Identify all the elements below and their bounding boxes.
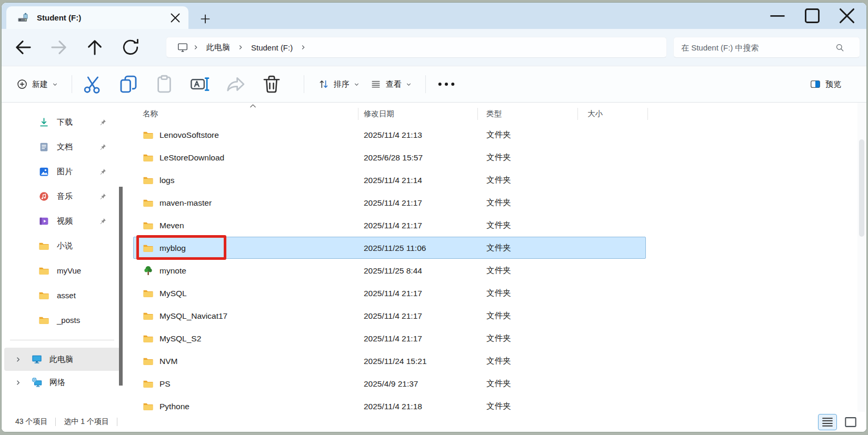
sidebar-item[interactable]: myVue <box>5 258 119 283</box>
file-row[interactable]: LenovoSoftstore2025/11/4 21:13文件夹 <box>123 124 866 146</box>
share-button[interactable] <box>224 73 248 95</box>
drive-icon <box>17 12 29 24</box>
sidebar-tree-item[interactable]: 此电脑 <box>4 348 120 371</box>
chevron-right-icon[interactable] <box>15 356 22 363</box>
new-button[interactable]: 新建 <box>11 74 63 94</box>
column-header-type[interactable]: 类型 <box>478 104 578 124</box>
column-header-row: 名称 修改日期 类型 大小 <box>123 104 866 124</box>
file-name-cell: PS <box>123 372 358 395</box>
up-button[interactable] <box>84 36 106 58</box>
folder-icon <box>38 265 49 276</box>
chevron-down-icon <box>406 82 412 87</box>
back-button[interactable] <box>12 36 34 58</box>
maximize-button[interactable] <box>795 3 830 29</box>
file-name-cell: LeStoreDownload <box>123 146 358 169</box>
selection-count: 选中 1 个项目 <box>64 417 109 427</box>
chevron-right-icon[interactable] <box>15 379 22 386</box>
copy-button[interactable] <box>116 73 141 95</box>
view-toggle-group <box>818 414 860 430</box>
paste-button[interactable] <box>152 73 176 95</box>
date-modified-cell: 2025/11/4 21:14 <box>358 169 478 191</box>
date-modified-cell: 2025/11/25 11:06 <box>358 237 478 259</box>
file-row[interactable]: mynote2025/11/25 8:44文件夹 <box>123 259 866 282</box>
file-row[interactable]: Pythone2025/11/4 21:18文件夹 <box>123 395 866 412</box>
size-cell <box>578 214 648 237</box>
file-name: PS <box>159 379 171 389</box>
date-modified-cell: 2025/11/4 21:17 <box>358 191 478 214</box>
date-modified-cell: 2025/11/4 21:17 <box>358 305 478 327</box>
sidebar-item[interactable]: 小说 <box>5 234 119 258</box>
more-options-button[interactable] <box>434 73 458 95</box>
file-row[interactable]: logs2025/11/4 21:14文件夹 <box>123 169 866 191</box>
delete-button[interactable] <box>260 73 284 95</box>
sidebar-tree-item[interactable]: 网络 <box>4 371 120 394</box>
size-cell <box>578 372 648 395</box>
date-modified-cell: 2025/11/4 21:13 <box>358 124 478 146</box>
search-box[interactable] <box>673 37 860 58</box>
file-list-area: 名称 修改日期 类型 大小 LenovoSoftstore2025/11/4 2… <box>123 103 866 412</box>
file-row[interactable]: MySQL_Navicat172025/11/4 21:17文件夹 <box>123 305 866 327</box>
file-name-cell: MySQL <box>123 282 358 305</box>
sidebar-item-label: myVue <box>57 266 81 275</box>
view-button[interactable]: 查看 <box>365 74 417 94</box>
view-button-label: 查看 <box>386 79 402 89</box>
file-row[interactable]: myblog2025/11/25 11:06文件夹 <box>123 237 866 259</box>
type-cell: 文件夹 <box>478 237 578 259</box>
sidebar-divider <box>10 340 114 340</box>
cut-button[interactable] <box>81 73 105 95</box>
file-row[interactable]: NVM2025/11/24 15:21文件夹 <box>123 350 866 372</box>
sort-button[interactable]: 排序 <box>313 74 365 94</box>
file-name-cell: LenovoSoftstore <box>123 124 358 146</box>
sidebar-item[interactable]: asset <box>5 283 119 308</box>
column-header-date[interactable]: 修改日期 <box>358 104 478 124</box>
rename-button[interactable] <box>188 73 212 95</box>
chevron-right-icon <box>193 44 199 50</box>
sidebar-item[interactable]: 图片 <box>5 159 119 184</box>
sidebar-scrollbar[interactable] <box>119 187 123 386</box>
file-name: MySQL_Navicat17 <box>159 311 227 321</box>
file-row[interactable]: Meven2025/11/4 21:17文件夹 <box>123 214 866 237</box>
file-list-scrollbar[interactable] <box>857 103 866 412</box>
close-button[interactable] <box>830 3 864 29</box>
sidebar-item[interactable]: 视频 <box>5 209 119 234</box>
chevron-right-icon <box>237 44 244 50</box>
search-input[interactable] <box>681 43 831 52</box>
file-row[interactable]: MySQL2025/11/4 21:17文件夹 <box>123 282 866 305</box>
scrollbar-thumb[interactable] <box>859 139 864 237</box>
chevron-down-icon <box>354 82 360 87</box>
file-row[interactable]: maven-master2025/11/4 21:17文件夹 <box>123 191 866 214</box>
explorer-tab[interactable]: Student (F:) <box>6 6 188 29</box>
refresh-button[interactable] <box>119 36 142 58</box>
breadcrumb-drive[interactable]: Student (F:) <box>246 41 298 55</box>
file-row[interactable]: LeStoreDownload2025/6/28 15:57文件夹 <box>123 146 866 169</box>
sidebar-item[interactable]: 文档 <box>5 135 119 159</box>
date-modified-cell: 2025/11/4 21:17 <box>358 327 478 350</box>
search-icon[interactable] <box>835 43 845 53</box>
file-name: LeStoreDownload <box>159 153 224 163</box>
address-bar[interactable]: 此电脑 Student (F:) <box>166 37 667 58</box>
status-divider <box>55 418 56 426</box>
icons-view-button[interactable] <box>841 414 860 430</box>
new-tab-button[interactable] <box>197 12 213 26</box>
tab-close-icon[interactable] <box>167 10 183 26</box>
sidebar-item[interactable]: 音乐 <box>5 184 119 209</box>
breadcrumb-this-pc[interactable]: 此电脑 <box>201 40 235 55</box>
file-name-cell: logs <box>123 169 358 191</box>
sidebar-item[interactable]: 下载 <box>5 110 119 135</box>
type-cell: 文件夹 <box>478 146 578 169</box>
column-header-size[interactable]: 大小 <box>578 104 648 124</box>
file-row[interactable]: PS2025/4/9 21:37文件夹 <box>123 372 866 395</box>
type-cell: 文件夹 <box>478 305 578 327</box>
file-row[interactable]: MySQL_S22025/11/4 21:17文件夹 <box>123 327 866 350</box>
details-view-button[interactable] <box>818 414 837 430</box>
sidebar-item[interactable]: _posts <box>5 308 119 332</box>
type-cell: 文件夹 <box>478 214 578 237</box>
forward-button[interactable] <box>48 36 70 58</box>
file-name: logs <box>159 176 174 185</box>
column-header-name[interactable]: 名称 <box>123 104 358 124</box>
preview-button[interactable]: 预览 <box>804 74 846 94</box>
folder-icon <box>143 129 154 140</box>
file-name: NVM <box>159 357 177 366</box>
folder-icon <box>38 290 49 301</box>
minimize-button[interactable] <box>760 3 795 29</box>
